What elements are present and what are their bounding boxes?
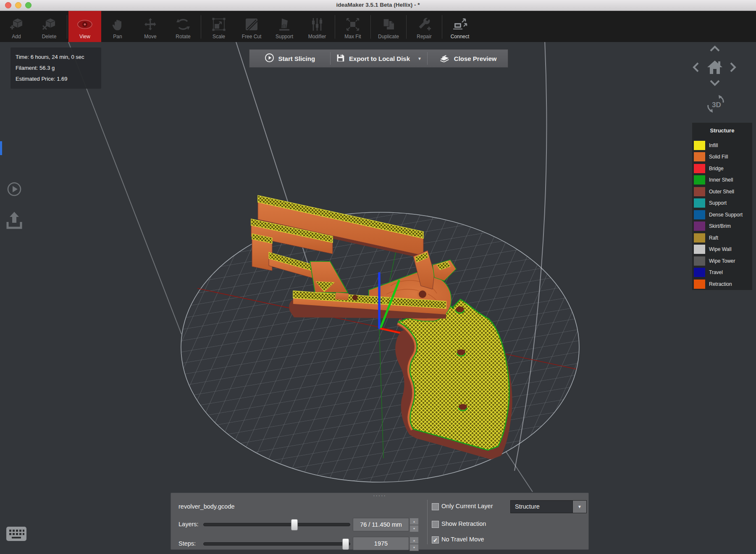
keyboard-icon[interactable] — [6, 525, 27, 542]
legend-label: Wipe Wall — [709, 246, 732, 252]
spinner-up-icon[interactable]: ▲ — [410, 518, 419, 525]
legend-swatch — [694, 280, 705, 289]
legend-swatch — [694, 198, 705, 208]
checkbox-no-travel-move[interactable]: ✓ — [432, 536, 439, 543]
view-tool-button[interactable]: View — [68, 11, 101, 42]
modifier-tool-button[interactable]: Modifier — [301, 11, 333, 42]
play-preview-icon[interactable] — [6, 181, 23, 198]
legend-label: Outer Shell — [709, 189, 734, 195]
steps-value[interactable]: 1975 — [353, 537, 409, 550]
duplicate-icon — [381, 16, 396, 33]
rotate-3d-icon[interactable]: 3D — [705, 93, 727, 114]
legend-item: Skirt/Brim — [692, 221, 752, 232]
legend-item: Wipe Wall — [692, 244, 752, 256]
chevron-down-icon[interactable]: ▼ — [417, 56, 422, 61]
duplicate-tool-button[interactable]: Duplicate — [372, 11, 405, 42]
view-tool-label: View — [79, 34, 90, 40]
spinner-down-icon[interactable]: ▼ — [410, 525, 419, 532]
checkbox-label: Only Current Layer — [441, 503, 493, 509]
support-tool-button[interactable]: Support — [268, 11, 301, 42]
connect-tool-button[interactable]: Connect — [444, 11, 476, 42]
nav-left-icon[interactable] — [692, 61, 700, 73]
rotate-icon — [176, 16, 190, 33]
spinner-down-icon[interactable]: ▼ — [410, 544, 419, 551]
add-tool-button[interactable]: Add — [0, 11, 33, 42]
export-local-disk-button[interactable]: Export to Local Disk ▼ — [331, 50, 428, 67]
print-stats-panel: Time: 6 hours, 24 min, 0 sec Filament: 5… — [10, 47, 101, 89]
connect-icon — [452, 16, 468, 33]
delete-tool-button[interactable]: Delete — [33, 11, 66, 42]
print-filament: Filament: 56.3 g — [16, 63, 96, 74]
repair-tool-button[interactable]: Repair — [408, 11, 441, 42]
scale-tool-label: Scale — [213, 34, 225, 40]
maxfit-tool-button[interactable]: Max Fit — [336, 11, 369, 42]
close-preview-button[interactable]: Close Preview — [428, 50, 508, 67]
start-slicing-button[interactable]: Start Slicing — [249, 50, 330, 67]
nav-down-icon[interactable] — [709, 79, 721, 87]
toolbar-separator — [442, 15, 442, 39]
support-tool-label: Support — [276, 34, 293, 40]
legend-title: Structure — [692, 123, 752, 140]
legend-item: Inner Shell — [692, 174, 752, 186]
gcode-filename: revolver_body.gcode — [178, 503, 235, 510]
checkbox-show-retraction[interactable] — [432, 521, 439, 528]
window-title: ideaMaker 3.5.1 Beta (Hellix) - * — [0, 2, 756, 8]
legend-item: Outer Shell — [692, 186, 752, 198]
nav-up-icon[interactable] — [709, 45, 721, 53]
toolbar-separator — [201, 15, 201, 39]
nav-right-icon[interactable] — [729, 61, 737, 73]
rotate-tool-button[interactable]: Rotate — [167, 11, 200, 42]
upload-export-icon[interactable] — [5, 210, 23, 230]
checkbox-only-current-layer[interactable] — [432, 503, 439, 510]
steps-spinner: ▲ ▼ — [410, 537, 419, 550]
eye-icon — [76, 16, 93, 33]
pan-tool-label: Pan — [113, 34, 122, 40]
build-plate-scene — [0, 42, 756, 554]
legend-item: Wipe Tower — [692, 255, 752, 267]
max-fit-icon — [346, 16, 360, 33]
legend-swatch — [694, 222, 705, 231]
layers-slider[interactable] — [203, 523, 350, 526]
hand-icon — [111, 16, 124, 33]
legend-label: Support — [709, 200, 727, 206]
legend-item: Support — [692, 198, 752, 209]
dropdown-arrow-icon[interactable]: ▼ — [572, 501, 586, 513]
legend-swatch — [694, 268, 705, 277]
scale-tool-button[interactable]: Scale — [202, 11, 235, 42]
steps-slider-thumb[interactable] — [342, 538, 349, 550]
legend-swatch — [694, 164, 705, 173]
legend-label: Retraction — [709, 281, 732, 287]
sliders-icon — [310, 16, 324, 33]
steps-slider[interactable] — [203, 542, 350, 546]
checkbox-label: Show Retraction — [441, 520, 486, 527]
cylinder-boss — [418, 290, 427, 299]
legend-swatch — [694, 245, 705, 254]
toolbar-separator — [406, 15, 407, 39]
legend-item: Bridge — [692, 163, 752, 174]
legend-swatch — [694, 187, 705, 196]
docked-panel-tab[interactable] — [0, 141, 2, 155]
connect-tool-label: Connect — [451, 34, 470, 40]
view-mode-dropdown[interactable]: Structure ▼ — [510, 500, 587, 513]
layers-value[interactable]: 76 / 11.450 mm — [353, 518, 409, 531]
print-price: Estimated Price: 1.69 — [16, 74, 96, 84]
wrench-plus-icon — [417, 16, 431, 33]
print-time: Time: 6 hours, 24 min, 0 sec — [16, 52, 96, 63]
legend-swatch — [694, 233, 705, 243]
home-icon[interactable] — [706, 59, 723, 76]
cube-delete-icon — [42, 16, 57, 33]
legend-label: Bridge — [709, 166, 724, 171]
export-label: Export to Local Disk — [349, 55, 410, 62]
3d-viewport[interactable]: Time: 6 hours, 24 min, 0 sec Filament: 5… — [0, 42, 756, 554]
freecut-tool-button[interactable]: Free Cut — [235, 11, 268, 42]
modifier-tool-label: Modifier — [308, 34, 326, 40]
main-toolbar: AddDeleteViewPanMoveRotateScaleFree CutS… — [0, 11, 756, 42]
pan-tool-button[interactable]: Pan — [101, 11, 134, 42]
layers-slider-thumb[interactable] — [291, 519, 298, 530]
toolbar-separator — [67, 15, 67, 39]
support-icon — [277, 16, 292, 33]
spinner-up-icon[interactable]: ▲ — [410, 537, 419, 544]
repair-tool-label: Repair — [417, 34, 431, 40]
move-tool-button[interactable]: Move — [134, 11, 167, 42]
drag-handle[interactable]: ····· — [171, 493, 588, 498]
